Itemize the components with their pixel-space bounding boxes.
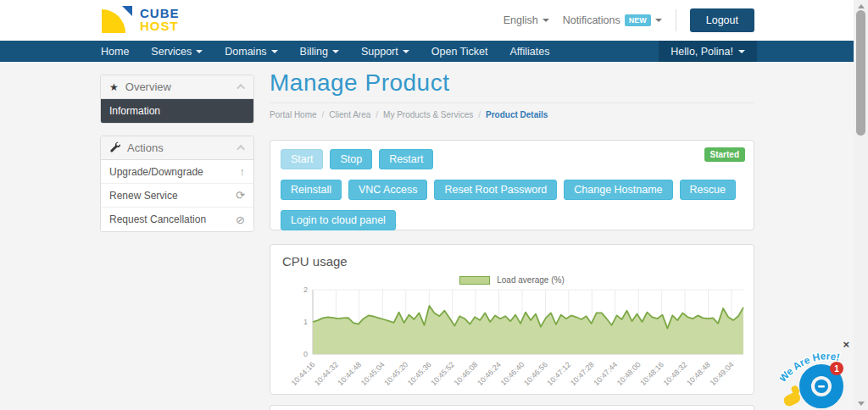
svg-text:10:45:04: 10:45:04: [359, 360, 387, 387]
scrollbar-thumb[interactable]: [856, 10, 865, 136]
header-divider: [676, 9, 676, 31]
breadcrumb-product-details: Product Details: [486, 110, 548, 119]
nav-support[interactable]: Support: [350, 41, 420, 62]
vertical-scrollbar[interactable]: [854, 0, 868, 410]
reset-root-password-button[interactable]: Reset Root Password: [434, 180, 557, 200]
notifications-label: Notifications: [563, 14, 620, 26]
breadcrumb: Portal Home / Client Area / My Products …: [270, 110, 754, 119]
notifications-menu[interactable]: Notifications NEW: [563, 14, 662, 26]
panel-button-row: Login to cloud panel: [281, 210, 743, 230]
cpu-usage-chart: 10:44:1610:44:3210:44:4810:45:0410:45:20…: [281, 286, 745, 393]
svg-text:10:48:48: 10:48:48: [685, 360, 712, 387]
nav-open-ticket[interactable]: Open Ticket: [420, 41, 499, 62]
rescue-button[interactable]: Rescue: [680, 180, 736, 200]
logo-line-1: CUBE: [140, 7, 180, 19]
actions-panel: Actions Upgrade/Downgrade ↑ Renew Servic…: [100, 136, 254, 232]
svg-text:10:47:28: 10:47:28: [569, 360, 596, 387]
start-button[interactable]: Start: [281, 149, 323, 169]
nav-services[interactable]: Services: [140, 41, 214, 62]
chevron-down-icon: [271, 50, 278, 53]
reinstall-button[interactable]: Reinstall: [281, 180, 342, 200]
language-label: English: [504, 14, 538, 26]
notification-count: 1: [834, 364, 839, 374]
top-header: CUBE HOST English Notifications NEW Logo…: [0, 0, 868, 41]
language-menu[interactable]: English: [504, 14, 549, 26]
cubehost-logo-icon: [100, 4, 134, 35]
chat-widget[interactable]: × We Are Here! 1: [780, 337, 856, 408]
svg-text:10:44:16: 10:44:16: [290, 360, 317, 387]
scroll-down-arrow-icon[interactable]: [858, 402, 865, 406]
actions-panel-header[interactable]: Actions: [101, 136, 253, 160]
change-hostname-button[interactable]: Change Hostname: [564, 180, 672, 200]
overview-panel-header[interactable]: ★ Overview: [101, 75, 253, 99]
svg-text:10:47:44: 10:47:44: [592, 360, 619, 387]
wrench-icon: [109, 141, 120, 155]
star-icon: ★: [109, 81, 119, 93]
sidebar-item-information[interactable]: Information: [101, 99, 253, 123]
chevron-up-icon: [236, 84, 245, 92]
legend-label: Load average (%): [497, 275, 565, 285]
page: CUBE HOST English Notifications NEW Logo…: [0, 0, 868, 410]
breadcrumb-portal-home[interactable]: Portal Home: [270, 110, 317, 119]
nav-home[interactable]: Home: [90, 41, 140, 62]
chevron-down-icon: [738, 50, 745, 53]
management-buttons-row: Reinstall VNC Access Reset Root Password…: [281, 180, 743, 200]
svg-text:10:47:12: 10:47:12: [545, 360, 572, 387]
greeting-label: Hello, Polina!: [670, 46, 733, 58]
arrow-up-icon: ↑: [240, 165, 246, 178]
svg-text:2: 2: [303, 286, 308, 294]
svg-text:10:49:04: 10:49:04: [709, 360, 736, 387]
svg-text:10:48:00: 10:48:00: [615, 360, 643, 387]
logout-button[interactable]: Logout: [690, 8, 754, 32]
overview-panel: ★ Overview Information: [100, 75, 254, 124]
actions-title: Actions: [127, 141, 164, 154]
nav-billing[interactable]: Billing: [289, 41, 350, 62]
nav-affiliates[interactable]: Affiliates: [498, 41, 560, 62]
chevron-down-icon: [655, 19, 662, 22]
cubehost-logo[interactable]: CUBE HOST: [100, 4, 180, 35]
logo-line-2: HOST: [140, 19, 180, 32]
scroll-up-arrow-icon[interactable]: [858, 4, 865, 8]
user-menu[interactable]: Hello, Polina!: [659, 41, 757, 62]
svg-text:10:48:16: 10:48:16: [638, 360, 665, 387]
ban-icon: ⊘: [236, 213, 245, 226]
svg-text:10:46:40: 10:46:40: [499, 360, 526, 387]
sidebar-item-request-cancellation[interactable]: Request Cancellation ⊘: [101, 208, 253, 231]
vnc-access-button[interactable]: VNC Access: [348, 180, 427, 200]
svg-text:10:46:08: 10:46:08: [453, 360, 480, 387]
main-navbar: Home Services Domains Billing Support Op…: [0, 41, 868, 62]
header-right: English Notifications NEW Logout: [504, 0, 754, 41]
svg-text:10:48:32: 10:48:32: [662, 360, 689, 387]
sidebar-item-renew-service[interactable]: Renew Service ⟳: [101, 184, 253, 208]
svg-text:0: 0: [303, 350, 308, 358]
chevron-down-icon: [332, 50, 339, 53]
stop-button[interactable]: Stop: [330, 149, 372, 169]
chevron-up-icon: [236, 145, 245, 153]
breadcrumb-client-area[interactable]: Client Area: [329, 110, 370, 119]
chevron-down-icon: [196, 50, 203, 53]
login-to-cloud-panel-button[interactable]: Login to cloud panel: [281, 210, 396, 230]
svg-text:10:46:24: 10:46:24: [476, 360, 503, 387]
product-actions-card: Started Start Stop Restart Reinstall VNC…: [270, 140, 754, 230]
breadcrumb-my-products[interactable]: My Products & Services: [383, 110, 473, 119]
chevron-down-icon: [403, 50, 409, 53]
sidebar-item-upgrade-downgrade[interactable]: Upgrade/Downgrade ↑: [101, 160, 253, 184]
cpu-usage-card: CPU usage Load average (%) 10:44:1610:44…: [270, 244, 754, 395]
svg-text:10:45:52: 10:45:52: [429, 360, 456, 387]
svg-text:10:46:56: 10:46:56: [522, 360, 549, 387]
restart-button[interactable]: Restart: [379, 149, 433, 169]
page-title: Manage Product: [270, 69, 754, 97]
new-badge: NEW: [625, 14, 651, 26]
svg-text:1: 1: [303, 318, 308, 326]
legend-swatch: [459, 276, 490, 285]
chat-widget-graphic: We Are Here! 1: [780, 346, 856, 408]
svg-text:10:44:32: 10:44:32: [313, 360, 340, 387]
title-divider: [270, 102, 754, 103]
chevron-down-icon: [542, 19, 549, 22]
chart-title: CPU usage: [282, 254, 743, 269]
main-header: Manage Product Portal Home / Client Area…: [270, 69, 754, 119]
svg-text:10:45:20: 10:45:20: [382, 360, 409, 387]
refresh-icon: ⟳: [236, 189, 245, 202]
chart-legend: Load average (%): [281, 275, 743, 285]
nav-domains[interactable]: Domains: [214, 41, 288, 62]
